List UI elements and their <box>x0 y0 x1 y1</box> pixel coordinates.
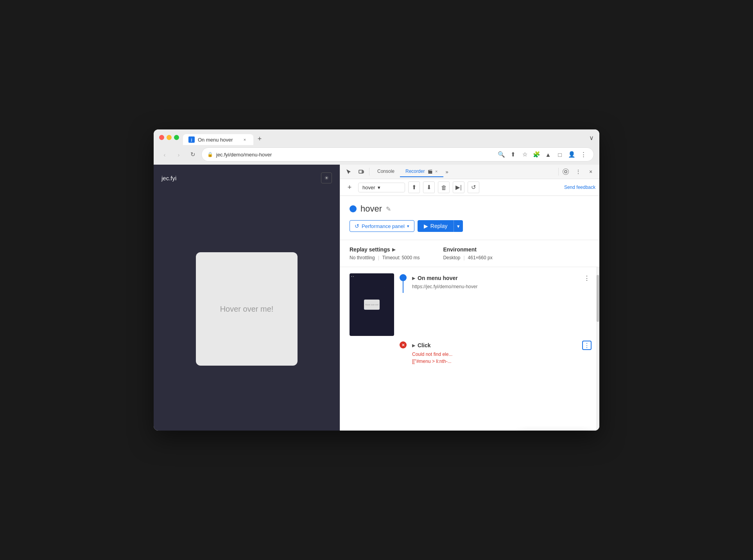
replay-settings-detail: No throttling | Timeout: 5000 ms <box>350 255 420 260</box>
send-feedback-link[interactable]: Send feedback <box>564 185 595 190</box>
replay-button-group: ▶ Replay ▾ <box>418 220 463 232</box>
recorder-tab-close[interactable]: × <box>435 169 437 174</box>
browser-tab-active[interactable]: j On menu hover × <box>183 134 253 145</box>
step-details-2: ▶ Click ⋮ Could not find ele... [["#menu… <box>412 341 592 364</box>
address-bar: ‹ › ↻ 🔒 jec.fyi/demo/menu-hover 🔍 ⬆ ☆ 🧩 … <box>154 145 599 165</box>
devtools-more-button[interactable]: ⋮ <box>573 166 584 177</box>
add-recording-button[interactable]: + <box>344 182 355 193</box>
step-thumbnail-preview: Hover over me! <box>358 287 385 322</box>
refresh-button[interactable]: ↻ <box>187 149 198 160</box>
tab-title: On menu hover <box>198 137 233 143</box>
profile-icon[interactable]: ▲ <box>543 150 553 159</box>
step-more-button-1[interactable]: ⋮ <box>582 273 592 283</box>
cursor-tool-button[interactable] <box>343 166 354 177</box>
step-name-1: On menu hover <box>418 275 458 281</box>
perf-panel-icon: ↺ <box>355 223 359 229</box>
forward-button[interactable]: › <box>173 149 184 160</box>
step-more-button-2[interactable]: ⋮ <box>582 341 592 350</box>
window-icon[interactable]: □ <box>555 150 565 159</box>
recording-title-row: hover ✎ <box>350 204 590 214</box>
step-details-1: ▶ On menu hover ⋮ https://jec.fyi/demo/m… <box>412 273 592 291</box>
current-recording-name: hover <box>360 204 382 214</box>
replay-label: Replay <box>430 223 448 229</box>
address-input[interactable]: 🔒 jec.fyi/demo/menu-hover 🔍 ⬆ ☆ 🧩 ▲ □ 👤 … <box>201 147 594 162</box>
steps-area: • • Hover over me! <box>340 267 599 431</box>
browser-window: j On menu hover × + ∨ ‹ › ↻ 🔒 jec.fyi/de… <box>154 129 599 431</box>
play-recording-button[interactable]: ▶| <box>453 181 464 193</box>
search-icon[interactable]: 🔍 <box>497 150 506 159</box>
traffic-light-yellow[interactable] <box>167 135 172 140</box>
replay-settings-title[interactable]: Replay settings ▶ <box>350 246 420 253</box>
step-expand-icon-2[interactable]: ▶ <box>412 343 415 348</box>
step-line-1 <box>403 281 403 293</box>
replay-button[interactable]: ▶ Replay <box>418 220 454 232</box>
replay-settings-arrow: ▶ <box>392 247 395 252</box>
scrollbar-thumb[interactable] <box>597 275 599 322</box>
environment-detail: Desktop | 461×660 px <box>443 255 492 260</box>
desktop-label: Desktop <box>443 255 460 260</box>
delete-recording-button[interactable]: 🗑 <box>438 181 450 193</box>
tab-close-button[interactable]: × <box>242 136 248 143</box>
tab-console[interactable]: Console <box>372 166 400 177</box>
account-icon[interactable]: 👤 <box>567 150 576 159</box>
resolution-label: 461×660 px <box>468 255 493 260</box>
timeout-label: Timeout: 5000 ms <box>382 255 420 260</box>
recording-select[interactable]: hover ▾ <box>358 183 405 192</box>
action-buttons: ↺ Performance panel ▾ ▶ Replay ▾ <box>350 220 590 232</box>
export-recording-button[interactable]: ⬆ <box>408 181 420 193</box>
perf-panel-label: Performance panel <box>362 223 405 229</box>
address-icons: 🔍 ⬆ ☆ 🧩 ▲ □ 👤 ⋮ <box>497 150 588 159</box>
devtools-settings-button[interactable] <box>560 166 571 177</box>
step-expand-icon-1[interactable]: ▶ <box>412 276 415 281</box>
webpage-panel: jec.fyi ☀ Hover over me! <box>154 165 340 431</box>
devtools-more-tabs[interactable]: » <box>443 167 451 176</box>
title-bar: j On menu hover × + ∨ <box>154 129 599 145</box>
devtools-panel: Console Recorder 🎬 × » <box>340 165 599 431</box>
replay-recording-button[interactable]: ↺ <box>468 181 479 193</box>
hover-card-text: Hover over me! <box>220 305 274 314</box>
table-row: • • Hover over me! <box>350 273 592 336</box>
main-content: jec.fyi ☀ Hover over me! <box>154 165 599 431</box>
replay-play-icon: ▶ <box>424 223 428 229</box>
url-text: jec.fyi/demo/menu-hover <box>216 152 493 158</box>
extension-icon[interactable]: 🧩 <box>532 150 541 159</box>
step-timeline-1 <box>400 273 407 293</box>
theme-toggle-button[interactable]: ☀ <box>321 172 332 183</box>
new-tab-button[interactable]: + <box>254 133 265 144</box>
devtools-right-icons: ⋮ × <box>558 166 596 177</box>
devtools-toolbar: Console Recorder 🎬 × » <box>340 165 599 179</box>
lock-icon: 🔒 <box>207 152 213 157</box>
tab-recorder[interactable]: Recorder 🎬 × <box>400 166 443 177</box>
traffic-light-red[interactable] <box>159 135 164 140</box>
devtools-close-button[interactable]: × <box>585 166 596 177</box>
import-recording-button[interactable]: ⬇ <box>423 181 435 193</box>
replay-dropdown-button[interactable]: ▾ <box>454 220 463 232</box>
recording-name-label: hover <box>362 185 375 190</box>
share-icon[interactable]: ⬆ <box>508 150 518 159</box>
recorder-toolbar: + hover ▾ ⬆ ⬇ 🗑 ▶| ↺ Send feedback <box>340 179 599 196</box>
step-error-text: Could not find ele... <box>412 352 592 357</box>
settings-section: Replay settings ▶ No throttling | Timeou… <box>340 240 599 267</box>
recording-status-dot <box>350 205 357 212</box>
step-timeline-2: ✕ <box>400 341 407 348</box>
step-thumbnail: • • Hover over me! <box>350 273 394 336</box>
traffic-light-green[interactable] <box>174 135 179 140</box>
edit-name-icon[interactable]: ✎ <box>386 205 391 213</box>
step-dot-1 <box>400 274 407 281</box>
bookmark-icon[interactable]: ☆ <box>520 150 529 159</box>
recorder-content: hover ✎ ↺ Performance panel ▾ ▶ Replay <box>340 196 599 240</box>
tab-end-button[interactable]: ∨ <box>589 134 594 145</box>
scrollbar[interactable] <box>596 267 599 431</box>
hover-card[interactable]: Hover over me! <box>196 252 298 366</box>
select-dropdown-icon: ▾ <box>378 185 380 190</box>
table-row: ✕ ▶ Click ⋮ Could not find ele... [["#me… <box>350 341 592 364</box>
performance-panel-button[interactable]: ↺ Performance panel ▾ <box>350 220 414 232</box>
step-url-1: https://jec.fyi/demo/menu-hover <box>412 284 592 289</box>
thumb-indicator: • • <box>351 275 354 278</box>
back-button[interactable]: ‹ <box>159 149 170 160</box>
menu-icon[interactable]: ⋮ <box>579 150 588 159</box>
step-error-detail: [["#menu > li:nth-... <box>412 359 592 364</box>
tabs-bar: j On menu hover × + <box>183 133 585 145</box>
responsive-mode-button[interactable] <box>356 166 367 177</box>
step-header-2: ▶ Click ⋮ <box>412 341 592 350</box>
